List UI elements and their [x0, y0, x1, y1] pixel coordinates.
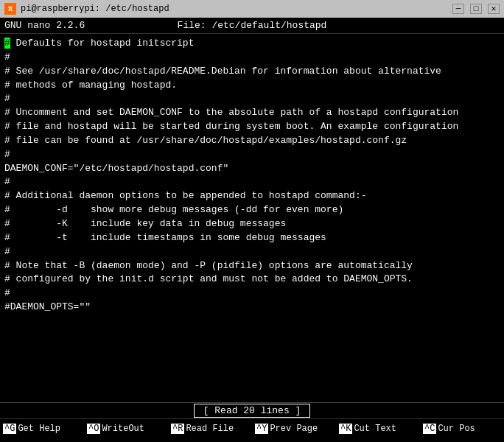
maximize-button[interactable]: □	[470, 4, 482, 14]
editor-line: #DAEMON_OPTS=""	[4, 301, 500, 315]
menu-shortcut: ^O	[87, 424, 100, 434]
editor: # Defaults for hostapd initscript## See …	[0, 34, 504, 402]
editor-line: # file and hostapd will be started durin…	[4, 120, 500, 134]
top-menu: GNU nano 2.2.6 File: /etc/default/hostap…	[0, 18, 504, 34]
menu-item[interactable]: ^JJustify	[84, 439, 168, 443]
menu-label: WriteOut	[102, 424, 144, 434]
editor-line: # See /usr/share/doc/hostapd/README.Debi…	[4, 65, 500, 79]
editor-line: #	[4, 175, 500, 189]
title-bar: π pi@raspberrypi: /etc/hostapd ─ □ ✕	[0, 0, 504, 18]
editor-line: # -d show more debug messages (-dd for e…	[4, 203, 500, 217]
terminal-icon: π	[4, 3, 16, 15]
nano-version: GNU nano 2.2.6	[4, 20, 128, 31]
menu-item[interactable]: ^VNext Page	[252, 439, 336, 443]
editor-line: #	[4, 148, 500, 162]
menu-item[interactable]: ^WWhere Is	[168, 439, 252, 443]
menu-label: Cut Text	[354, 424, 396, 434]
window-title: pi@raspberrypi: /etc/hostapd	[21, 4, 169, 14]
editor-line: #	[4, 92, 500, 106]
editor-line: # file can be found at /usr/share/doc/ho…	[4, 134, 500, 148]
menu-item[interactable]: ^GGet Help	[0, 419, 84, 439]
editor-line: #	[4, 51, 500, 65]
close-button[interactable]: ✕	[488, 4, 500, 14]
editor-line: # -t include timestamps in some debug me…	[4, 231, 500, 245]
editor-line: # methods of managing hostapd.	[4, 79, 500, 93]
menu-item[interactable]: ^RRead File	[168, 419, 252, 439]
menu-shortcut: ^R	[171, 424, 184, 434]
menu-label: Prev Page	[270, 424, 318, 434]
menu-item[interactable]: ^CCur Pos	[420, 419, 504, 439]
menu-item[interactable]: ^XExit	[0, 439, 84, 443]
editor-line: # -K include key data in debug messages	[4, 217, 500, 231]
menu-shortcut: ^C	[423, 424, 436, 434]
editor-line: DAEMON_CONF="/etc/hostapd/hostapd.conf"	[4, 162, 500, 176]
file-path: File: /etc/default/hostapd	[128, 20, 376, 31]
menu-label: Read File	[186, 424, 234, 434]
menu-item[interactable]: ^TTo Spell	[420, 439, 504, 443]
menu-item[interactable]: ^OWriteOut	[84, 419, 168, 439]
menu-shortcut: ^G	[3, 424, 16, 434]
status-message: [ Read 20 lines ]	[194, 404, 311, 418]
bottom-menu: ^GGet Help^OWriteOut^RRead File^YPrev Pa…	[0, 418, 504, 442]
menu-label: Get Help	[18, 424, 60, 434]
status-bar: [ Read 20 lines ]	[0, 402, 504, 418]
editor-line: # Note that -B (daemon mode) and -P (pid…	[4, 259, 500, 273]
editor-line: # configured by the init.d script and mu…	[4, 273, 500, 287]
minimize-button[interactable]: ─	[452, 4, 464, 14]
editor-line: #	[4, 245, 500, 259]
menu-shortcut: ^Y	[255, 424, 268, 434]
editor-line: #	[4, 287, 500, 301]
menu-label: Cur Pos	[438, 424, 475, 434]
menu-item[interactable]: ^UUnCut Text	[336, 439, 420, 443]
menu-item[interactable]: ^KCut Text	[336, 419, 420, 439]
menu-item[interactable]: ^YPrev Page	[252, 419, 336, 439]
editor-line: # Defaults for hostapd initscript	[4, 37, 500, 51]
editor-line: # Additional daemon options to be append…	[4, 189, 500, 203]
window-controls: ─ □ ✕	[452, 4, 500, 14]
editor-line: # Uncomment and set DAEMON_CONF to the a…	[4, 106, 500, 120]
menu-shortcut: ^K	[339, 424, 352, 434]
